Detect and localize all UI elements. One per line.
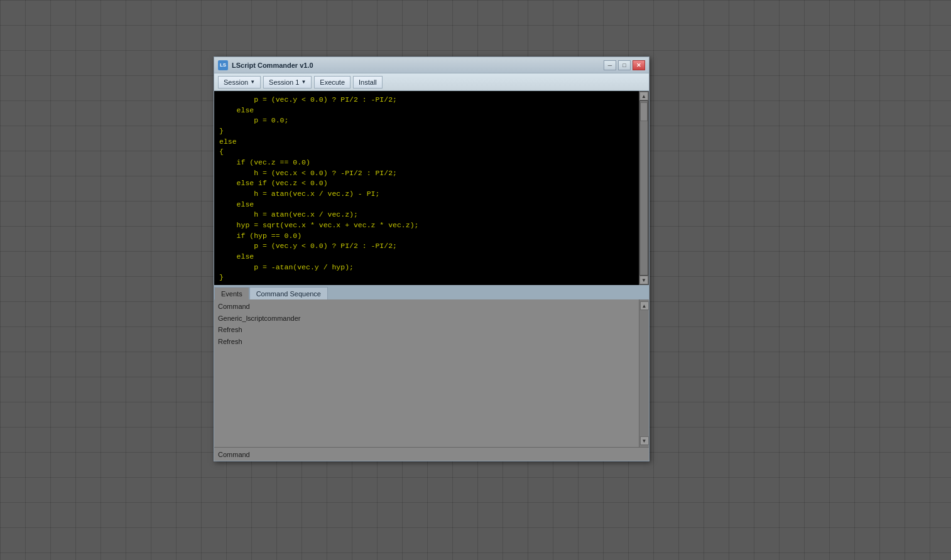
scroll-down-button[interactable]: ▼: [639, 276, 648, 284]
session-selector-arrow: ▼: [301, 79, 306, 85]
scroll-track[interactable]: [640, 101, 648, 275]
title-bar: LS LScript Commander v1.0 ─ □ ✕: [214, 57, 649, 73]
close-button[interactable]: ✕: [633, 60, 645, 70]
code-editor[interactable]: p = (vec.y < 0.0) ? PI/2 : -PI/2; else p…: [214, 91, 649, 285]
window-title: LScript Commander v1.0: [232, 62, 604, 69]
list-item: Generic_lscriptcommander: [214, 313, 639, 325]
panel-content: CommandGeneric_lscriptcommanderRefreshRe…: [214, 299, 649, 447]
vertical-scrollbar[interactable]: ▲ ▼: [639, 91, 649, 285]
session-selector[interactable]: Session 1 ▼: [263, 76, 312, 89]
panel-scroll-up[interactable]: ▲: [640, 301, 649, 310]
list-item: Refresh: [214, 324, 639, 336]
window-controls: ─ □ ✕: [604, 60, 645, 70]
minimize-button[interactable]: ─: [604, 60, 616, 70]
toolbar: Session ▼ Session 1 ▼ Execute Install: [214, 73, 649, 91]
events-list: CommandGeneric_lscriptcommanderRefreshRe…: [214, 299, 639, 447]
tab-command-sequence[interactable]: Command Sequence: [249, 287, 328, 299]
command-label: Command: [218, 451, 250, 458]
tabs-bar: Events Command Sequence: [214, 286, 649, 299]
bottom-panel: Events Command Sequence CommandGeneric_l…: [214, 285, 649, 461]
session-dropdown-arrow: ▼: [250, 79, 255, 85]
panel-scroll-down[interactable]: ▼: [640, 436, 649, 445]
command-bar: Command: [214, 447, 649, 461]
code-content: p = (vec.y < 0.0) ? PI/2 : -PI/2; else p…: [214, 91, 649, 285]
maximize-button[interactable]: □: [618, 60, 631, 70]
app-icon: LS: [218, 60, 228, 70]
panel-scrollbar[interactable]: ▲ ▼: [639, 299, 649, 447]
scroll-up-button[interactable]: ▲: [639, 92, 648, 100]
install-button[interactable]: Install: [353, 76, 383, 89]
tab-events[interactable]: Events: [214, 287, 249, 299]
session-button[interactable]: Session ▼: [218, 76, 261, 89]
execute-button[interactable]: Execute: [314, 76, 351, 89]
scroll-thumb[interactable]: [640, 102, 648, 121]
list-item: Command: [214, 301, 639, 313]
list-item: Refresh: [214, 336, 639, 348]
main-window: LS LScript Commander v1.0 ─ □ ✕ Session …: [214, 57, 649, 461]
